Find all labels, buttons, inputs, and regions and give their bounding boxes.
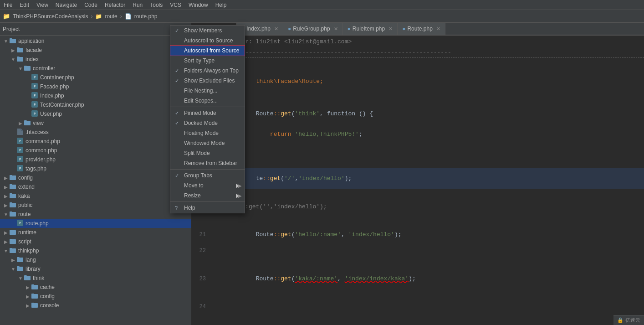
tree-arrow: ▶ — [17, 121, 24, 126]
breadcrumb-file[interactable]: route.php — [134, 13, 158, 20]
code-line: think\facade\Route; — [191, 71, 644, 92]
tabs-bar: ● route.php ✕ ● Index.php ✕ ● RuleGroup.… — [191, 23, 644, 36]
menu-edit[interactable]: Edit — [16, 1, 33, 9]
tree-item-Index-php[interactable]: PIndex.php — [0, 91, 191, 100]
code-line-19: 19 te::get('/','index/hello'); — [191, 168, 644, 189]
menu-separator-3 — [170, 201, 245, 202]
tree-item-route[interactable]: ▼route — [0, 210, 191, 219]
php-file-icon: P — [16, 138, 24, 145]
tree-item-common-php[interactable]: Pcommon.php — [0, 146, 191, 155]
tab-close-index[interactable]: ✕ — [274, 26, 278, 32]
menu-resize[interactable]: Resize ▶ — [170, 191, 245, 201]
menu-remove-sidebar[interactable]: Remove from Sidebar — [170, 158, 245, 168]
menu-help[interactable]: ? Help — [170, 203, 245, 213]
tree-item-application[interactable]: ▼application — [0, 36, 191, 46]
menu-autoscroll-from[interactable]: Autoscroll from Source — [170, 46, 245, 56]
tree-item-provider-php[interactable]: Pprovider.php — [0, 155, 191, 164]
menu-file-nesting[interactable]: File Nesting... — [170, 86, 245, 96]
help-question: ? — [175, 205, 181, 211]
tab-route-class-php[interactable]: ● Route.php ✕ — [398, 23, 445, 35]
svg-text:P: P — [34, 94, 36, 98]
tree-item-label: route — [18, 211, 31, 217]
breadcrumb-folder[interactable]: route — [105, 13, 117, 20]
tree-item-console[interactable]: ▶console — [0, 301, 191, 310]
tree-item-config[interactable]: ▶config — [0, 292, 191, 301]
menu-vcs[interactable]: VCS — [166, 1, 185, 9]
menu-move-to[interactable]: Move to ▶ — [170, 181, 245, 191]
menu-code[interactable]: Code — [81, 1, 101, 9]
tree-item-kaka[interactable]: ▶kaka — [0, 191, 191, 201]
tree-item-label: kaka — [18, 193, 30, 199]
folder-icon — [24, 275, 31, 282]
tree-item-route-php[interactable]: Proute.php — [0, 219, 191, 228]
tree-item-view[interactable]: ▶view — [0, 119, 191, 128]
tree-item-label: runtime — [18, 229, 36, 236]
tree-item-label: thinkphp — [18, 248, 39, 254]
menu-docked-mode[interactable]: ✓ Docked Mode — [170, 118, 245, 128]
tree-item-controller[interactable]: ▼controller — [0, 64, 191, 73]
tree-item-command-php[interactable]: Pcommand.php — [0, 137, 191, 146]
tree-item-facade[interactable]: ▶facade — [0, 46, 191, 55]
tree-item-TestContainer-php[interactable]: PTestContainer.php — [0, 100, 191, 109]
tree-item-runtime[interactable]: ▶runtime — [0, 228, 191, 237]
menu-view[interactable]: View — [33, 1, 52, 9]
svg-text:P: P — [19, 222, 21, 225]
editor-content: * Author: liu21st <liu21st@gmail.com> * … — [191, 36, 644, 325]
menu-folders-on-top[interactable]: ✓ Folders Always on Top — [170, 66, 245, 76]
tab-close-ruleitem[interactable]: ✕ — [388, 26, 393, 32]
tree-item-thinkphp[interactable]: ▼thinkphp — [0, 246, 191, 255]
tree-item-label: provider.php — [26, 156, 56, 163]
menu-group-tabs[interactable]: ✓ Group Tabs — [170, 170, 245, 181]
tree-item-User-php[interactable]: PUser.php — [0, 109, 191, 119]
tree-item-config[interactable]: ▶config — [0, 173, 191, 182]
tree-item-index[interactable]: ▼index — [0, 55, 191, 64]
tree-item-Facade-php[interactable]: PFacade.php — [0, 82, 191, 91]
menu-sort-by-type[interactable]: Sort by Type — [170, 56, 245, 66]
tree-item-cache[interactable]: ▶cache — [0, 283, 191, 292]
menu-tools[interactable]: Tools — [146, 1, 166, 9]
menu-split-mode[interactable]: Split Mode — [170, 148, 245, 158]
tree-item-lang[interactable]: ▶lang — [0, 255, 191, 264]
tree-item-extend[interactable]: ▶extend — [0, 182, 191, 191]
tab-close-route-class[interactable]: ✕ — [436, 26, 440, 32]
editor-panel: ● route.php ✕ ● Index.php ✕ ● RuleGroup.… — [191, 23, 644, 325]
menu-windowed-mode[interactable]: Windowed Mode — [170, 138, 245, 148]
menu-show-excluded[interactable]: ✓ Show Excluded Files — [170, 76, 245, 86]
menu-floating-mode[interactable]: Floating Mode — [170, 128, 245, 138]
tree-arrow: ▶ — [3, 194, 9, 199]
svg-text:P: P — [19, 158, 21, 161]
breadcrumb-project[interactable]: ThinkPHPSourceCodeAnalysis — [13, 13, 88, 20]
menu-autoscroll-to[interactable]: Autoscroll to Source — [170, 36, 245, 46]
menu-group-tabs-label: Group Tabs — [184, 172, 240, 179]
folder-icon — [9, 229, 16, 236]
tree-item-label: extend — [18, 184, 35, 190]
menu-show-members[interactable]: ✓ Show Members — [170, 26, 245, 36]
menu-run[interactable]: Run — [129, 1, 146, 9]
tree-item-library[interactable]: ▼library — [0, 264, 191, 273]
tree-item-public[interactable]: ▶public — [0, 201, 191, 210]
tree-item--htaccess[interactable]: .htaccess — [0, 128, 191, 137]
tab-ruleitem-php[interactable]: ● RuleItem.php ✕ — [343, 23, 398, 35]
menu-edit-scopes[interactable]: Edit Scopes... — [170, 96, 245, 106]
menu-pinned-mode[interactable]: ✓ Pinned Mode — [170, 108, 245, 118]
menu-help[interactable]: Help — [212, 1, 230, 9]
menu-window[interactable]: Window — [185, 1, 212, 9]
code-line — [191, 212, 644, 224]
tree-arrow: ▶ — [10, 48, 16, 53]
tab-rulegroup-php[interactable]: ● RuleGroup.php ✕ — [283, 23, 343, 35]
tree-item-think[interactable]: ▼think — [0, 273, 191, 283]
tree-item-Container-php[interactable]: PContainer.php — [0, 73, 191, 82]
tab-icon-route-class: ● — [402, 26, 405, 32]
menu-refactor[interactable]: Refactor — [101, 1, 129, 9]
tree-arrow: ▶ — [25, 303, 31, 308]
tree-item-script[interactable]: ▶script — [0, 237, 191, 246]
menu-navigate[interactable]: Navigate — [52, 1, 81, 9]
check-docked: ✓ — [175, 120, 181, 126]
php-file-icon: P — [16, 156, 24, 164]
menu-file[interactable]: File — [0, 1, 16, 9]
tab-close-rulegroup[interactable]: ✕ — [334, 26, 338, 32]
php-file-icon: P — [31, 110, 38, 118]
context-menu: ✓ Show Members Autoscroll to Source Auto… — [170, 25, 245, 213]
code-editor[interactable]: * Author: liu21st <liu21st@gmail.com> * … — [191, 36, 644, 325]
tree-item-tags-php[interactable]: Ptags.php — [0, 164, 191, 173]
